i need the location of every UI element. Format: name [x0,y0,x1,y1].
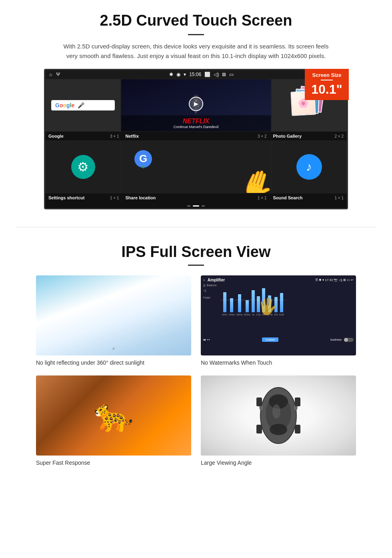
status-bar: ⌂ Ψ ✱ ◉ ▾ 15:06 ⬜ ◁) ⊠ ▭ [45,70,347,79]
battery-icon: ⊠ [222,72,226,77]
hand-icon: 🤚 [236,163,271,193]
cheetah-image: 🐆 [36,375,191,456]
cheetah-emoji: 🐆 [94,397,134,434]
svg-rect-12 [256,425,262,434]
dot-1 [187,205,190,207]
amp-nav: ⏮ ◁◁ [203,338,210,341]
dot-3 [202,205,205,207]
settings-label: Settings shortcut 1 × 1 [45,193,122,202]
gallery-dim: 2 × 2 [334,134,344,138]
sound-label-name: Sound Search [273,195,303,200]
car-image [201,375,356,456]
badge-line [321,80,333,80]
car-svg [254,383,302,448]
app-grid-row2: ⚙ G [45,141,347,193]
amp-header: ⌂ Amplifier ☰ ✱ ▾ 17:33 📷 ◁) ⊠ ▭ ↩ [203,278,354,282]
title-underline [188,34,204,35]
sound-dim: 1 × 1 [334,196,344,200]
google-cell[interactable]: Google 🎤 [45,79,121,132]
cheetah-caption: Super Fast Response [36,460,191,466]
google-label-name: Google [48,134,64,138]
volume-icon: ◁) [214,72,219,77]
netflix-overlay: NETFLIX Continue Marvel's Daredevil [121,115,271,131]
settings-cell[interactable]: ⚙ [45,141,121,193]
section-divider [16,227,376,227]
svg-text:G: G [139,153,147,165]
play-button[interactable]: ▶ [189,96,203,111]
amp-loudness: loudness [330,338,354,342]
mic-icon[interactable]: 🎤 [78,102,84,108]
amp-bar-500: 500hz [244,300,250,316]
sunlight-visual: ☀ [36,275,191,355]
car-caption: Large Viewing Angle [201,460,356,466]
device-container: Screen Size 10.1" ⌂ Ψ ✱ ◉ ▾ 15:06 ⬜ ◁) ⊠ [44,69,348,209]
settings-thumb: ⚙ [46,141,120,193]
sunlight-caption: No light reflecting under 360° direct su… [36,359,191,366]
settings-gear-icon: ⚙ [77,159,89,175]
svg-point-7 [272,404,280,419]
app-labels-row2: Settings shortcut 1 × 1 Share location 1… [45,193,347,202]
netflix-label-name: Netflix [126,134,139,138]
share-dim: 1 × 1 [258,196,267,200]
settings-icon-wrapper: ⚙ [71,155,95,179]
amplifier-image: ⌂ Amplifier ☰ ✱ ▾ 17:33 📷 ◁) ⊠ ▭ ↩ ||| B… [201,275,356,355]
gallery-label: Photo Gallery 2 × 2 [270,132,347,141]
sunlight-image: ☀ [36,275,191,355]
sound-search-cell[interactable]: ♪ [271,141,347,193]
feature-car: Large Viewing Angle [201,375,356,466]
feature-sunlight: ☀ No light reflecting under 360° direct … [36,275,191,366]
sound-thumb: ♪ [272,141,346,193]
badge-title: Screen Size [310,72,344,78]
amp-bar-200-el [238,294,241,312]
app-grid-row1: Google 🎤 🕴 ▶ NETFLIX Continue Marvel's D… [45,79,347,132]
netflix-thumb: 🕴 ▶ NETFLIX Continue Marvel's Daredevil [121,79,271,131]
amplifier-caption: No Watermarks When Touch [201,359,356,366]
amp-home-icon: ⌂ [203,278,205,282]
share-location-cell[interactable]: G 🤚 [121,141,271,193]
google-search-bar[interactable]: Google 🎤 [51,100,115,110]
amp-bar-60: 60hz [222,292,227,316]
svg-rect-11 [295,397,300,406]
screen-size-badge: Screen Size 10.1" [305,69,349,100]
amp-footer: ⏮ ◁◁ Custom loudness [203,337,354,342]
share-label-name: Share location [126,195,156,200]
status-bar-left: ⌂ Ψ [49,72,60,77]
amp-bar-200: 200hz [236,294,242,316]
netflix-cell[interactable]: 🕴 ▶ NETFLIX Continue Marvel's Daredevil [121,79,271,132]
amp-labels: ||| Balance ◁) Fader [203,284,217,336]
status-time: 15:06 [189,72,201,77]
google-label: Google 3 × 1 [45,132,122,141]
camera-icon: ⬜ [204,72,210,77]
feature-amplifier: ⌂ Amplifier ☰ ✱ ▾ 17:33 📷 ◁) ⊠ ▭ ↩ ||| B… [201,275,356,366]
amp-bars: 60hz 100hz 200hz [220,284,286,316]
section2-title: IPS Full Screen View [24,243,368,261]
settings-dim: 1 × 1 [110,196,119,200]
settings-label-name: Settings shortcut [48,195,84,200]
maps-icon: G [133,149,153,171]
netflix-label: Netflix 3 × 2 [122,132,270,141]
home-icon: ⌂ [49,72,52,77]
share-label: Share location 1 × 1 [122,193,270,202]
wifi-icon: ▾ [184,72,186,77]
amp-bar-1k: 1k [252,290,255,316]
section-curved-screen: 2.5D Curved Touch Screen With 2.5D curve… [0,0,392,215]
screen-icon: ▭ [229,72,234,77]
app-labels-row1: Google 3 × 1 Netflix 3 × 2 Photo Gallery… [45,132,347,141]
android-screen: ⌂ Ψ ✱ ◉ ▾ 15:06 ⬜ ◁) ⊠ ▭ [44,69,348,209]
amp-bar-100: 100hz [228,298,235,316]
section2-underline [188,265,204,266]
svg-rect-13 [295,425,300,434]
amp-custom-btn[interactable]: Custom [262,337,278,342]
amp-bar-sub-el [280,293,283,312]
amp-bar-1k-el [252,290,255,312]
share-thumb: G 🤚 [121,141,271,193]
music-note-icon: ♪ [296,154,322,180]
status-bar-center: ✱ ◉ ▾ 15:06 ⬜ ◁) ⊠ ▭ [169,72,234,77]
google-logo: Google [55,102,74,108]
usb-icon: Ψ [56,72,60,77]
feature-cheetah: 🐆 Super Fast Response [36,375,191,466]
dot-2-active [193,205,199,207]
netflix-logo: NETFLIX [124,118,268,125]
section-ips: IPS Full Screen View ☀ No light reflecti… [0,239,392,474]
amp-bar-100-el [230,298,233,312]
